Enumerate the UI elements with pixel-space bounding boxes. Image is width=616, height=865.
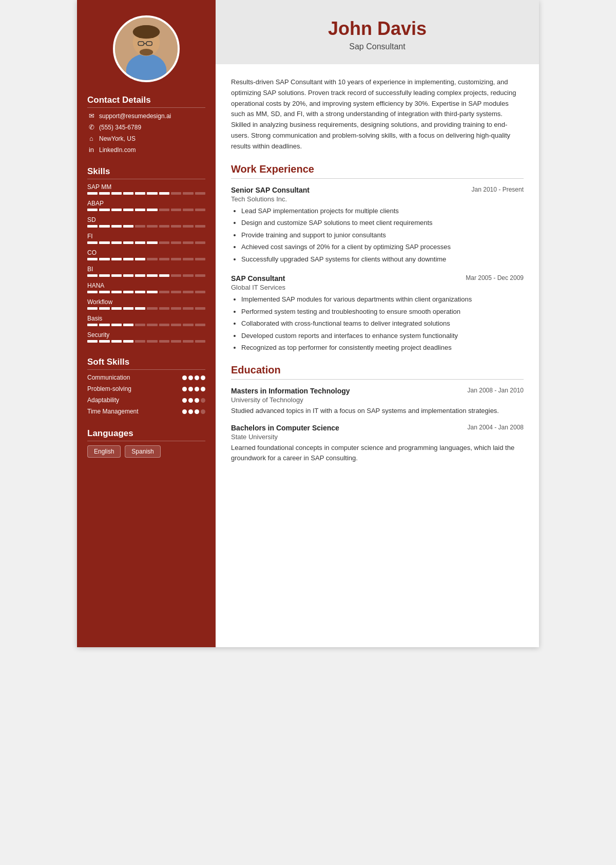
skill-segment	[147, 307, 157, 310]
contact-location: ⌂ NewYork, US	[87, 135, 205, 142]
skill-item: ABAP	[87, 200, 205, 211]
sidebar: Contact Details ✉ support@resumedesign.a…	[77, 0, 216, 647]
education-section: Education Masters in Information Technol…	[231, 364, 524, 463]
skill-segment	[99, 307, 109, 310]
skill-segment	[87, 241, 98, 244]
skill-segment	[183, 241, 193, 244]
edu-degree: Masters in Information Technology	[231, 387, 350, 395]
work-title: SAP Consultant	[231, 274, 285, 283]
skill-segment	[87, 291, 98, 293]
candidate-title: Sap Consultant	[231, 42, 524, 51]
soft-skill-dot	[182, 398, 187, 403]
contact-email: ✉ support@resumedesign.ai	[87, 112, 205, 120]
skill-segment	[183, 225, 193, 228]
skill-segment	[87, 192, 98, 195]
skill-segment	[123, 307, 133, 310]
work-bullet: Achieved cost savings of 20% for a clien…	[241, 242, 524, 252]
soft-skill-item: Time Management	[87, 408, 205, 415]
soft-skill-dot	[201, 409, 205, 414]
skill-segment	[159, 324, 169, 326]
work-date: Jan 2010 - Present	[472, 186, 524, 193]
edu-description: Learned foundational concepts in compute…	[231, 443, 524, 463]
work-bullets: Implemented SAP modules for various depa…	[231, 294, 524, 353]
skill-segment	[195, 258, 205, 260]
skill-segment	[99, 225, 109, 228]
skill-segment	[183, 340, 193, 343]
education-title: Education	[231, 364, 524, 380]
skill-item: Workflow	[87, 298, 205, 310]
skill-bar	[87, 225, 205, 228]
skill-segment	[171, 340, 181, 343]
work-entry-header: Senior SAP ConsultantJan 2010 - Present	[231, 186, 524, 194]
skill-segment	[123, 258, 133, 260]
skill-segment	[159, 192, 169, 195]
skill-segment	[171, 258, 181, 260]
languages-title: Languages	[87, 428, 205, 441]
soft-skill-dots	[182, 398, 205, 403]
education-entries: Masters in Information TechnologyJan 200…	[231, 387, 524, 463]
skill-name: HANA	[87, 282, 205, 289]
work-entry-header: SAP ConsultantMar 2005 - Dec 2009	[231, 274, 524, 283]
skill-segment	[99, 192, 109, 195]
skill-name: Security	[87, 331, 205, 339]
work-bullet: Lead SAP implementation projects for mul…	[241, 206, 524, 216]
skill-segment	[195, 192, 205, 195]
skill-name: BI	[87, 266, 205, 273]
skill-segment	[183, 258, 193, 260]
skill-segment	[195, 291, 205, 293]
soft-skill-dot	[195, 409, 199, 414]
skill-segment	[99, 340, 109, 343]
skill-item: SAP MM	[87, 183, 205, 195]
skill-bar	[87, 241, 205, 244]
contact-linkedin: in LinkedIn.com	[87, 146, 205, 154]
skill-segment	[159, 307, 169, 310]
header-section: John Davis Sap Consultant	[216, 0, 539, 64]
edu-entry: Masters in Information TechnologyJan 200…	[231, 387, 524, 416]
skill-segment	[99, 274, 109, 277]
skill-segment	[159, 258, 169, 260]
skill-segment	[135, 241, 145, 244]
language-tag: Spanish	[125, 445, 160, 458]
soft-skill-dot	[182, 409, 187, 414]
skill-segment	[135, 209, 145, 211]
skills-list: SAP MMABAPSDFICOBIHANAWorkflowBasisSecur…	[87, 183, 205, 343]
contact-title: Contact Details	[87, 95, 205, 108]
edu-date: Jan 2008 - Jan 2010	[468, 387, 524, 394]
skill-segment	[147, 225, 157, 228]
skill-segment	[195, 307, 205, 310]
skill-segment	[111, 209, 122, 211]
skill-segment	[171, 241, 181, 244]
skill-segment	[123, 291, 133, 293]
edu-school: University of Technology	[231, 396, 524, 404]
skill-segment	[99, 241, 109, 244]
edu-school: State University	[231, 433, 524, 441]
soft-skills-list: CommunicationProblem-solvingAdaptability…	[87, 374, 205, 415]
skill-segment	[135, 291, 145, 293]
soft-skill-name: Adaptability	[87, 397, 182, 404]
skill-segment	[87, 340, 98, 343]
soft-skills-title: Soft Skills	[87, 357, 205, 370]
skill-segment	[87, 324, 98, 326]
skill-segment	[183, 209, 193, 211]
skill-segment	[135, 324, 145, 326]
soft-skills-section: Soft Skills CommunicationProblem-solving…	[87, 357, 205, 419]
skill-segment	[171, 225, 181, 228]
skill-segment	[111, 274, 122, 277]
skill-segment	[183, 324, 193, 326]
work-bullet: Implemented SAP modules for various depa…	[241, 294, 524, 305]
skill-segment	[111, 192, 122, 195]
skill-name: ABAP	[87, 200, 205, 207]
soft-skill-dot	[195, 375, 199, 380]
skill-name: SAP MM	[87, 183, 205, 191]
skill-segment	[147, 324, 157, 326]
skill-segment	[123, 241, 133, 244]
skill-segment	[87, 225, 98, 228]
soft-skill-dot	[188, 375, 193, 380]
work-bullet: Provide training and support to junior c…	[241, 230, 524, 240]
skill-segment	[135, 225, 145, 228]
skill-segment	[159, 340, 169, 343]
summary-text: Results-driven SAP Consultant with 10 ye…	[231, 77, 524, 152]
skill-segment	[111, 307, 122, 310]
skill-segment	[123, 274, 133, 277]
skill-name: Workflow	[87, 298, 205, 306]
